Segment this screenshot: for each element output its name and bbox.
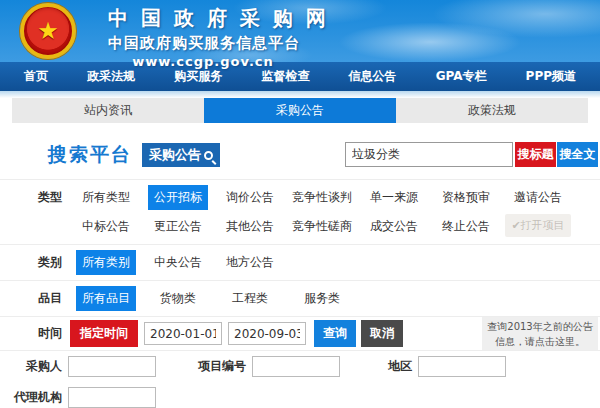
filter-row-purchaser: 采购人 项目编号 地区 (0, 351, 600, 382)
filter-row-category: 类别 所有类别 中央公告 地方公告 (0, 245, 600, 281)
nav-fade-strip (0, 91, 600, 98)
date-start-input[interactable] (144, 322, 222, 345)
star-icon: ★ (37, 19, 59, 43)
national-emblem-logo: ★ (20, 3, 76, 59)
nav-item-ppp[interactable]: PPP频道 (526, 62, 576, 91)
page: ★ 中 国 政 府 采 购 网 中国政府购买服务信息平台 www.ccgp.go… (0, 0, 600, 408)
filter-label-category: 类别 (0, 250, 62, 271)
agency-label: 代理机构 (0, 389, 62, 406)
type-option-award[interactable]: 中标公告 (70, 214, 142, 239)
tab-procurement-announcements[interactable]: 采购公告 (204, 98, 396, 123)
cancel-button[interactable]: 取消 (361, 320, 403, 347)
tab-site-news[interactable]: 站内资讯 (12, 98, 204, 123)
project-no-label: 项目编号 (198, 358, 246, 375)
category-option-central[interactable]: 中央公告 (142, 250, 214, 275)
purchaser-input[interactable] (68, 356, 156, 377)
search-fulltext-button[interactable]: 搜全文 (557, 142, 598, 167)
note-line2: 信息，请点击这里。 (482, 334, 598, 349)
type-option-deal[interactable]: 成交公告 (358, 214, 430, 239)
agency-input[interactable] (68, 387, 156, 408)
type-option-all[interactable]: 所有类型 (70, 185, 142, 210)
search-row: 搜索平台 采购公告 搜标题 搜全文 (0, 140, 600, 170)
filter-row-time: 时间 指定时间 查询 取消 查询2013年之前的公告 信息，请点击这里。 (0, 317, 600, 351)
type-option-competitive-negotiation[interactable]: 竞争性谈判 (286, 185, 358, 210)
site-subtitle: 中国政府购买服务信息平台 (108, 34, 329, 53)
type-option-open-tender[interactable]: 公开招标 (142, 185, 214, 210)
query-button[interactable]: 查询 (314, 320, 356, 347)
search-platform-title: 搜索平台 (48, 142, 132, 168)
section-tabs: 站内资讯 采购公告 政策法规 (12, 98, 588, 123)
search-input[interactable] (345, 142, 513, 167)
filter-label-type: 类型 (0, 185, 62, 206)
filter-panel: 类型 所有类型 公开招标 询价公告 竞争性谈判 单一来源 资格预审 邀请公告 中… (0, 179, 600, 408)
type-option-inquiry[interactable]: 询价公告 (214, 185, 286, 210)
item-option-services[interactable]: 服务类 (286, 286, 358, 311)
filter-row-agency: 代理机构 (0, 382, 600, 408)
type-option-termination[interactable]: 终止公告 (430, 214, 502, 239)
filter-row-item: 品目 所有品目 货物类 工程类 服务类 (0, 281, 600, 317)
region-label: 地区 (388, 358, 412, 375)
date-end-input[interactable] (228, 322, 306, 345)
type-option-other[interactable]: 其他公告 (214, 214, 286, 239)
project-no-input[interactable] (252, 356, 340, 377)
item-option-all[interactable]: 所有品目 (70, 286, 142, 311)
type-option-single-source[interactable]: 单一来源 (358, 185, 430, 210)
type-option-prequalification[interactable]: 资格预审 (430, 185, 502, 210)
ghost-button: ✔打开项目 (502, 214, 574, 239)
search-category-badge[interactable]: 采购公告 (142, 143, 220, 167)
filter-label-item: 品目 (0, 286, 62, 307)
nav-item-gpa[interactable]: GPA专栏 (436, 62, 487, 91)
site-url: www.ccgp.gov.cn (108, 54, 298, 69)
type-option-invitation[interactable]: 邀请公告 (502, 185, 574, 210)
purchaser-label: 采购人 (0, 358, 62, 375)
item-option-goods[interactable]: 货物类 (142, 286, 214, 311)
type-option-correction[interactable]: 更正公告 (142, 214, 214, 239)
search-category-label: 采购公告 (149, 146, 201, 164)
filter-label-time: 时间 (0, 325, 62, 342)
category-option-local[interactable]: 地方公告 (214, 250, 286, 275)
banner-text: 中 国 政 府 采 购 网 中国政府购买服务信息平台 www.ccgp.gov.… (108, 5, 329, 69)
category-option-all[interactable]: 所有类别 (70, 250, 142, 275)
site-title: 中 国 政 府 采 购 网 (108, 5, 329, 32)
note-line1: 查询2013年之前的公告 (482, 319, 598, 334)
site-banner: ★ 中 国 政 府 采 购 网 中国政府购买服务信息平台 www.ccgp.go… (0, 0, 600, 62)
nav-item-home[interactable]: 首页 (24, 62, 48, 91)
item-option-engineering[interactable]: 工程类 (214, 286, 286, 311)
magnifier-icon (204, 151, 213, 160)
pre-2013-note-link[interactable]: 查询2013年之前的公告 信息，请点击这里。 (482, 317, 598, 350)
region-input[interactable] (418, 356, 506, 377)
nav-item-announcements[interactable]: 信息公告 (349, 62, 397, 91)
filter-row-type: 类型 所有类型 公开招标 询价公告 竞争性谈判 单一来源 资格预审 邀请公告 中… (0, 180, 600, 245)
search-title-button[interactable]: 搜标题 (515, 142, 556, 167)
tab-policy-regulations[interactable]: 政策法规 (396, 98, 588, 123)
time-preset-button[interactable]: 指定时间 (70, 320, 138, 347)
type-option-competitive-consultation[interactable]: 竞争性磋商 (286, 214, 358, 239)
